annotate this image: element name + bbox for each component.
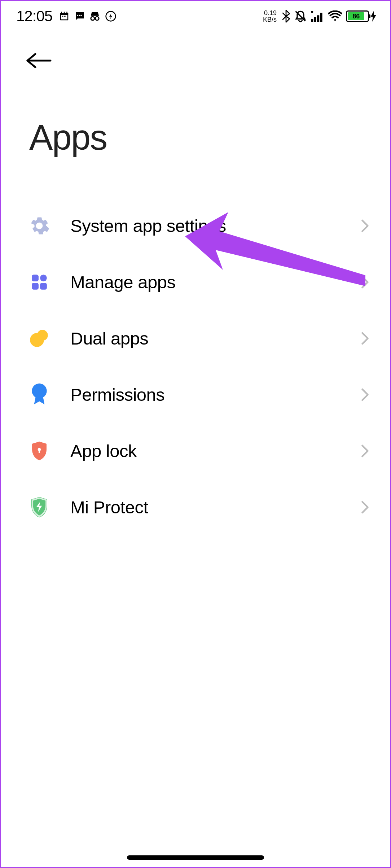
svg-rect-16: [311, 19, 313, 22]
chevron-right-icon: [361, 501, 369, 514]
apps-icon: [29, 272, 49, 292]
signal-icon: [311, 10, 324, 22]
gear-icon: [29, 216, 49, 236]
menu-item-app-lock[interactable]: App lock: [29, 423, 369, 479]
svg-rect-4: [66, 12, 67, 14]
calendar-icon: [59, 11, 70, 22]
svg-point-22: [40, 275, 47, 281]
svg-rect-23: [32, 283, 39, 290]
battery-percent: 86: [348, 12, 364, 20]
sms-icon: [74, 11, 85, 21]
chevron-right-icon: [361, 332, 369, 345]
shield-lock-icon: [29, 441, 49, 461]
menu-item-manage-apps[interactable]: Manage apps: [29, 254, 369, 310]
svg-rect-1: [61, 15, 67, 19]
badge-icon: [29, 385, 49, 405]
chevron-right-icon: [361, 219, 369, 232]
svg-rect-18: [317, 15, 319, 22]
status-right: 0.19 KB/s 86: [263, 10, 376, 23]
menu-list: System app settings Manage apps Dual app…: [1, 158, 390, 535]
chevron-right-icon: [361, 276, 369, 289]
svg-rect-21: [32, 275, 39, 281]
netspeed: 0.19 KB/s: [263, 10, 277, 23]
battery: 86: [346, 10, 376, 22]
page-title: Apps: [1, 70, 390, 158]
menu-item-mi-protect[interactable]: Mi Protect: [29, 479, 369, 535]
svg-point-8: [79, 15, 80, 16]
svg-point-26: [30, 333, 44, 347]
chevron-right-icon: [361, 444, 369, 457]
menu-label: App lock: [49, 441, 361, 461]
menu-label: Manage apps: [49, 272, 361, 292]
bluetooth-icon: [282, 10, 290, 23]
svg-rect-17: [314, 17, 316, 22]
status-notif-icons: [59, 10, 117, 22]
menu-label: System app settings: [49, 216, 361, 236]
svg-point-9: [80, 15, 82, 16]
svg-rect-29: [39, 450, 40, 453]
shield-check-icon: [29, 497, 49, 517]
svg-point-15: [311, 11, 313, 13]
menu-item-dual-apps[interactable]: Dual apps: [29, 310, 369, 367]
status-time: 12:05: [16, 8, 52, 25]
status-left: 12:05: [16, 8, 117, 25]
menu-label: Permissions: [49, 385, 361, 405]
dual-circles-icon: [29, 328, 49, 348]
dnd-icon: [294, 10, 307, 23]
nav-indicator[interactable]: [127, 855, 264, 860]
charging-icon: [370, 11, 376, 22]
svg-rect-2: [61, 12, 62, 14]
svg-rect-5: [62, 16, 63, 17]
svg-point-10: [91, 17, 95, 20]
incognito-icon: [89, 11, 101, 22]
menu-label: Dual apps: [49, 328, 361, 348]
flash-circle-icon: [105, 10, 117, 22]
back-button[interactable]: [1, 31, 390, 70]
svg-rect-3: [64, 12, 65, 14]
svg-point-11: [95, 17, 99, 20]
svg-point-7: [77, 15, 78, 16]
svg-point-27: [32, 383, 47, 398]
menu-item-system-app-settings[interactable]: System app settings: [29, 198, 369, 254]
chevron-right-icon: [361, 388, 369, 401]
wifi-icon: [328, 10, 342, 22]
svg-rect-24: [40, 283, 47, 290]
status-bar: 12:05 0.19 KB/s 86: [1, 1, 390, 31]
arrow-left-icon: [26, 52, 52, 69]
menu-label: Mi Protect: [49, 497, 361, 517]
svg-rect-19: [320, 13, 322, 22]
menu-item-permissions[interactable]: Permissions: [29, 367, 369, 423]
svg-rect-6: [64, 16, 66, 17]
